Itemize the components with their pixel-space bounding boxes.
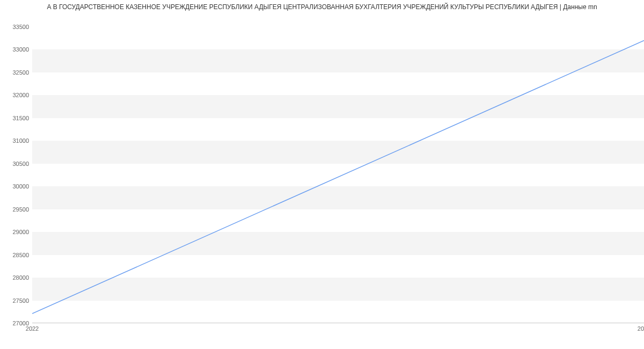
- line-svg: [32, 27, 644, 323]
- chart-title: А В ГОСУДАРСТВЕННОЕ КАЗЕННОЕ УЧРЕЖДЕНИЕ …: [0, 0, 644, 12]
- y-tick-label: 27500: [12, 297, 29, 304]
- x-tick-label: 2023: [638, 325, 644, 332]
- y-tick-label: 32500: [12, 69, 29, 76]
- series-line: [32, 40, 644, 314]
- y-tick-label: 31000: [12, 137, 29, 144]
- y-tick-label: 30500: [12, 161, 29, 167]
- y-tick-label: 30000: [12, 183, 29, 190]
- y-tick-label: 29000: [12, 229, 29, 235]
- y-tick-label: 28500: [12, 252, 29, 258]
- chart-container: А В ГОСУДАРСТВЕННОЕ КАЗЕННОЕ УЧРЕЖДЕНИЕ …: [0, 0, 644, 349]
- plot-area: [32, 27, 644, 323]
- y-tick-label: 29500: [12, 206, 29, 213]
- y-tick-label: 32000: [12, 92, 29, 98]
- plot-wrap: 2700027500280002850029000295003000030500…: [0, 12, 644, 349]
- x-tick-label: 2022: [26, 325, 39, 332]
- x-axis: 20222023: [32, 324, 644, 335]
- y-tick-label: 28000: [12, 274, 29, 281]
- y-tick-label: 33000: [12, 46, 29, 53]
- y-tick-label: 31500: [12, 115, 29, 121]
- y-axis: 2700027500280002850029000295003000030500…: [0, 27, 32, 323]
- y-tick-label: 33500: [12, 24, 29, 30]
